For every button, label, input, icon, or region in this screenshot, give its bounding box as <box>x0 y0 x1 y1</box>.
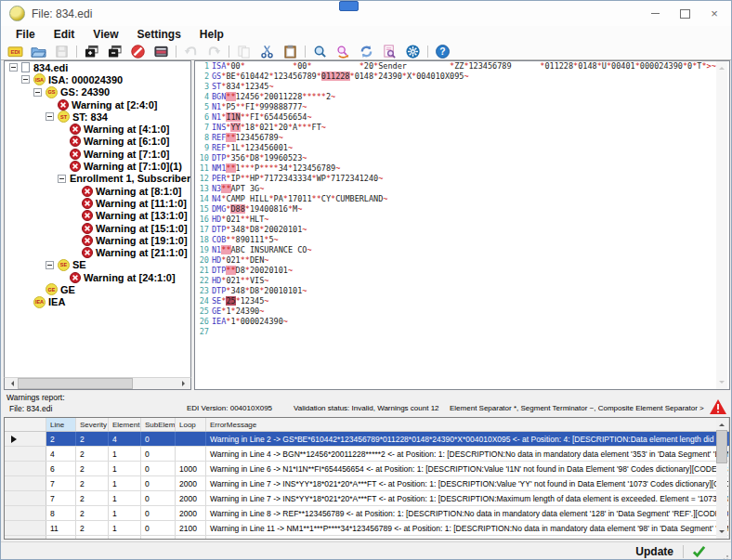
editor-line[interactable]: 4BGN**12456*20011228*****2~ <box>195 92 729 102</box>
tree-row[interactable]: Warning at [11:1:0] <box>5 197 190 209</box>
tree-expand-box[interactable] <box>58 175 66 183</box>
tree-row[interactable]: Warning at [24:1:0] <box>5 271 190 283</box>
tree-row[interactable]: IEAIEA <box>5 296 190 308</box>
tree-expand-box[interactable] <box>21 75 30 84</box>
table-row[interactable]: 4210Warning in Line 4 -> BGN**12456*2001… <box>5 447 729 462</box>
tree-row[interactable]: STST: 834 <box>5 111 190 123</box>
editor-line[interactable]: 20HD*021**DEN~ <box>195 255 729 266</box>
editor-line[interactable]: 13N3**APT 3G~ <box>195 184 729 194</box>
menu-edit[interactable]: Edit <box>45 28 85 41</box>
column-header-line[interactable]: Line <box>46 418 76 431</box>
scroll-down-button[interactable] <box>716 378 728 389</box>
table-row[interactable]: 72102000Warning in Line 7 -> INS*YY*18*0… <box>5 476 729 491</box>
edi-text-editor[interactable]: 1ISA*00* *00* *20*Sender *ZZ*123456789 *… <box>194 60 730 390</box>
tree-row[interactable]: Warning at [4:1:0] <box>5 123 190 135</box>
tree-row[interactable]: Warning at [7:1:0] <box>5 148 190 160</box>
save-button[interactable] <box>50 44 73 59</box>
redo-button[interactable] <box>203 44 226 59</box>
editor-line[interactable]: 6N1*I1N**FI*654456654~ <box>195 112 729 123</box>
table-row[interactable]: 62101000Warning in Line 6 -> N1*I1N**FI*… <box>5 462 729 476</box>
menu-settings[interactable]: Settings <box>127 28 190 41</box>
editor-line[interactable]: 5N1*P5**FI*999888777~ <box>195 102 729 112</box>
scroll-up-button[interactable] <box>716 61 728 72</box>
column-header-element[interactable]: Element <box>109 418 141 431</box>
editor-line[interactable]: 24SE*25*12345~ <box>195 296 729 306</box>
editor-line[interactable]: 12PER*IP**HP*7172343334*WP*7172341240~ <box>195 174 729 184</box>
tree-expand-box[interactable] <box>46 261 54 269</box>
editor-line[interactable]: 14N4*CAMP HILL*PA*17011**CY*CUMBERLAND~ <box>195 194 729 204</box>
column-header-severity[interactable]: Severity <box>76 418 109 431</box>
expand-all-button[interactable] <box>80 44 103 59</box>
tree-row[interactable]: GEGE <box>5 283 190 295</box>
help-button[interactable]: ? <box>431 44 454 59</box>
editor-line[interactable]: 8REF**123456789~ <box>195 133 729 143</box>
editor-line[interactable]: 23DTP*348*D8*20010101~ <box>195 286 729 296</box>
editor-line[interactable]: 17DTP*348*D8*20020101~ <box>195 225 729 235</box>
editor-line[interactable]: 25GE*1*24390~ <box>195 306 729 317</box>
tree-expand-box[interactable] <box>46 112 54 121</box>
search-replace-button[interactable] <box>332 44 355 59</box>
scroll-down-button[interactable] <box>716 527 728 539</box>
tree-row[interactable]: Warning at [19:1:0] <box>5 234 190 246</box>
tree-row[interactable]: Warning at [8:1:0] <box>5 185 190 197</box>
tree-row[interactable]: ISAISA: 000024390 <box>5 73 190 85</box>
column-header-subelement[interactable]: SubElement <box>141 418 176 431</box>
tree-expand-box[interactable] <box>9 63 18 72</box>
menu-file[interactable]: File <box>7 28 45 41</box>
tree-row[interactable]: GSGS: 24390 <box>5 86 190 98</box>
paste-button[interactable] <box>279 44 302 59</box>
column-header-loop[interactable]: Loop <box>176 418 206 431</box>
tree-expand-box[interactable] <box>33 88 42 97</box>
tree-horizontal-scrollbar[interactable] <box>4 377 191 390</box>
copy-button[interactable] <box>232 44 255 59</box>
editor-line[interactable]: 1ISA*00* *00* *20*Sender *ZZ*123456789 *… <box>195 61 729 72</box>
scroll-left-button[interactable] <box>5 378 17 389</box>
tree-row[interactable]: 834.edi <box>5 61 190 73</box>
undo-button[interactable] <box>179 44 203 59</box>
tree-row[interactable]: Warning at [6:1:0] <box>5 136 190 148</box>
close-file-button[interactable] <box>150 44 173 59</box>
tree-row[interactable]: Warning at [13:1:0] <box>5 210 190 222</box>
table-row[interactable]: 82102000Warning in Line 8 -> REF**123456… <box>5 506 729 521</box>
table-row[interactable]: 132102100Warning in Line 13 -> N3**APT 3… <box>5 536 729 540</box>
editor-line[interactable]: 2GS*BE*610442*123456789*011228*0148*2439… <box>195 72 729 82</box>
update-button[interactable]: Update <box>635 545 673 558</box>
editor-line[interactable]: 15DMG*D88*19400816*M~ <box>195 204 729 215</box>
open-folder-button[interactable] <box>27 44 50 59</box>
editor-line[interactable]: 22HD*021**VIS~ <box>195 276 729 286</box>
editor-line[interactable]: 21DTP**D8*20020101~ <box>195 266 729 276</box>
table-row[interactable]: 112102100Warning in Line 11 -> NM1**1***… <box>5 521 729 536</box>
tree-row[interactable]: Warning at [7:1:0](1) <box>5 160 190 172</box>
scroll-up-button[interactable] <box>716 418 728 429</box>
editor-line[interactable]: 18COB**890111*5~ <box>195 235 729 245</box>
scrollbar-thumb[interactable] <box>716 430 727 463</box>
editor-line[interactable]: 9REF*1L*123456001~ <box>195 143 729 153</box>
tree-row[interactable]: Warning at [2:4:0] <box>5 98 190 111</box>
menu-view[interactable]: View <box>84 28 127 41</box>
close-button[interactable]: × <box>699 1 729 26</box>
table-vertical-scrollbar[interactable] <box>716 418 727 539</box>
open-edi-button[interactable]: EDI <box>4 44 27 59</box>
editor-line[interactable]: 10DTP*356*D8*19960523~ <box>195 153 729 163</box>
editor-line[interactable]: 11NM1**1***P****34*123456789~ <box>195 163 729 174</box>
stop-validation-button[interactable] <box>126 44 150 59</box>
minimize-button[interactable] <box>640 1 670 26</box>
editor-line[interactable]: 19N1**ABC INSURANCE CO~ <box>195 245 729 255</box>
maximize-button[interactable] <box>670 1 699 26</box>
search-button[interactable] <box>308 44 332 59</box>
editor-line[interactable]: 16HD*021**HLT~ <box>195 215 729 225</box>
menu-help[interactable]: Help <box>190 28 233 41</box>
editor-line[interactable]: 26IEA*1*000024390~ <box>195 317 729 327</box>
tree-row[interactable]: Warning at [21:1:0] <box>5 246 190 258</box>
collapse-all-button[interactable] <box>103 44 126 59</box>
refresh-button[interactable] <box>355 44 378 59</box>
scrollbar-thumb[interactable] <box>18 378 133 389</box>
cut-button[interactable] <box>255 44 279 59</box>
editor-line[interactable]: 7INS*YY*18*021*20*A***FT~ <box>195 123 729 133</box>
tree-row[interactable]: Enrollment 1, Subscriber <box>5 173 190 185</box>
column-header-errormessage[interactable]: ErrorMessage <box>206 418 729 431</box>
table-row[interactable]: 72102000Warning in Line 7 -> INS*YY*18*0… <box>5 491 729 506</box>
resize-grip[interactable] <box>720 551 729 560</box>
editor-vertical-scrollbar[interactable] <box>716 61 727 389</box>
scroll-right-button[interactable] <box>178 378 190 389</box>
